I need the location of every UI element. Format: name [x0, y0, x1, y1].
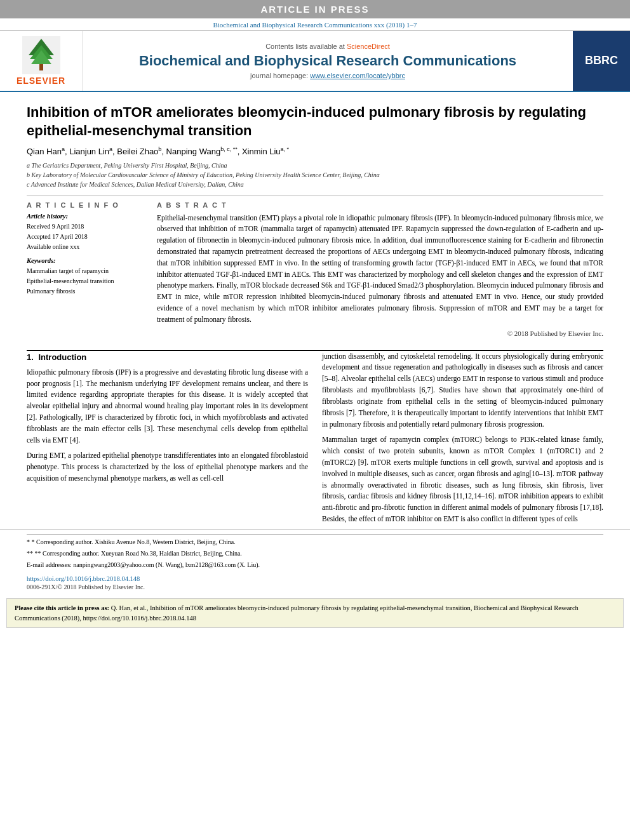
journal-homepage-link[interactable]: www.elsevier.com/locate/ybbrc	[310, 72, 405, 79]
elsevier-logo-area: ELSEVIER	[0, 31, 83, 91]
journal-link-bar: Biochemical and Biophysical Research Com…	[0, 18, 630, 30]
elsevier-label: ELSEVIER	[17, 76, 65, 86]
keywords-label: Keywords:	[27, 257, 144, 264]
copyright-line: © 2018 Published by Elsevier Inc.	[157, 330, 603, 337]
author-nanping-wang: Nanping Wang	[166, 147, 221, 157]
keyword-2: Epithelial-mesenchymal transition	[27, 276, 144, 286]
footnote-star-2: **	[27, 550, 35, 557]
history-received: Received 9 April 2018	[27, 222, 144, 232]
intro-section-num: 1.	[27, 352, 34, 362]
footnote-email: E-mail addresses: nanpingwang2003@yahoo.…	[27, 560, 603, 570]
affiliation-c: c Advanced Institute for Medical Science…	[27, 181, 244, 188]
author-sup-a3: a, *	[281, 146, 290, 152]
footnote-star-1: *	[27, 538, 32, 545]
keyword-1: Mammalian target of rapamycin	[27, 266, 144, 276]
author-sup-a2: a	[109, 146, 112, 152]
journal-homepage-line: journal homepage: www.elsevier.com/locat…	[250, 72, 405, 79]
intro-para-2: During EMT, a polarized epithelial pheno…	[27, 450, 308, 484]
footnote-2-text: ** Corresponding author. Xueyuan Road No…	[35, 550, 242, 557]
author-sup-b1: b	[158, 146, 161, 152]
elsevier-tree-icon	[22, 36, 60, 74]
author-beilei-zhao: Beilei Zhao	[117, 147, 158, 157]
doi-line: https://doi.org/10.1016/j.bbrc.2018.04.1…	[0, 574, 630, 583]
right-para-1: junction disassembly, and cytoskeletal r…	[322, 351, 603, 430]
body-section: 1. Introduction Idiopathic pulmonary fib…	[0, 351, 630, 530]
article-info-header: A R T I C L E I N F O	[27, 201, 144, 209]
author-xinmin-liu: Xinmin Liu	[242, 147, 281, 157]
citation-label: Please cite this article in press as:	[15, 604, 109, 611]
journal-title: Biochemical and Biophysical Research Com…	[139, 53, 516, 69]
right-para-2: Mammalian target of rapamycin complex (m…	[322, 434, 603, 525]
intro-section-title: 1. Introduction	[27, 351, 308, 364]
intro-para-1: Idiopathic pulmonary fibrosis (IPF) is a…	[27, 367, 308, 446]
author-lianjun-lin: Lianjun Lin	[69, 147, 109, 157]
contents-line: Contents lists available at ScienceDirec…	[265, 43, 390, 50]
bbrc-logo-area: BBRC	[573, 31, 630, 91]
footnote-divider	[27, 534, 603, 535]
journal-header: ELSEVIER Contents lists available at Sci…	[0, 30, 630, 92]
citation-bar: Please cite this article in press as: Q.…	[6, 598, 624, 629]
affiliations: a The Geriatrics Department, Peking Univ…	[27, 161, 603, 189]
article-content: Inhibition of mTOR ameliorates bleomycin…	[0, 92, 630, 343]
history-accepted: Accepted 17 April 2018	[27, 232, 144, 242]
footnote-1-text: * Corresponding author. Xishiku Avenue N…	[32, 538, 236, 545]
footnote-2: ** ** Corresponding author. Xueyuan Road…	[27, 549, 603, 559]
author-qian-han: Qian Han	[27, 147, 62, 157]
article-in-press-banner: ARTICLE IN PRESS	[0, 0, 630, 18]
issn-line: 0006-291X/© 2018 Published by Elsevier I…	[0, 583, 630, 593]
author-sup-bc: b, c, **	[220, 146, 238, 152]
affiliation-a: a The Geriatrics Department, Peking Univ…	[27, 162, 227, 169]
body-left-col: 1. Introduction Idiopathic pulmonary fib…	[27, 351, 308, 530]
homepage-label: journal homepage:	[250, 72, 308, 79]
contents-label-text: Contents lists available at	[265, 43, 345, 50]
body-right-col: junction disassembly, and cytoskeletal r…	[322, 351, 603, 530]
footnote-1: * * Corresponding author. Xishiku Avenue…	[27, 537, 603, 547]
history-available: Available online xxx	[27, 242, 144, 252]
authors-line: Qian Hana, Lianjun Lina, Beilei Zhaob, N…	[27, 146, 603, 156]
author-sup-a1: a	[62, 146, 65, 152]
abstract-header: A B S T R A C T	[157, 201, 603, 209]
article-title: Inhibition of mTOR ameliorates bleomycin…	[27, 103, 603, 140]
abstract-text: Epithelial-mesenchymal transition (EMT) …	[157, 213, 603, 326]
footnotes-area: * * Corresponding author. Xishiku Avenue…	[0, 530, 630, 574]
science-direct-link[interactable]: ScienceDirect	[347, 43, 390, 50]
article-divider	[27, 196, 603, 196]
journal-header-center: Contents lists available at ScienceDirec…	[83, 31, 573, 91]
elsevier-logo-box: ELSEVIER	[17, 36, 65, 86]
keyword-3: Pulmonary fibrosis	[27, 286, 144, 297]
affiliation-b: b Key Laboratory of Molecular Cardiovasc…	[27, 171, 380, 178]
article-info-col: A R T I C L E I N F O Article history: R…	[27, 201, 144, 337]
intro-section-title-text: Introduction	[38, 352, 86, 362]
abstract-col: A B S T R A C T Epithelial-mesenchymal t…	[157, 201, 603, 337]
info-abstract-section: A R T I C L E I N F O Article history: R…	[27, 201, 603, 337]
doi-link[interactable]: https://doi.org/10.1016/j.bbrc.2018.04.1…	[27, 575, 140, 582]
footnote-email-label: E-mail addresses: nanpingwang2003@yahoo.…	[27, 561, 260, 568]
history-label: Article history:	[27, 213, 144, 220]
bbrc-logo: BBRC	[585, 55, 618, 67]
